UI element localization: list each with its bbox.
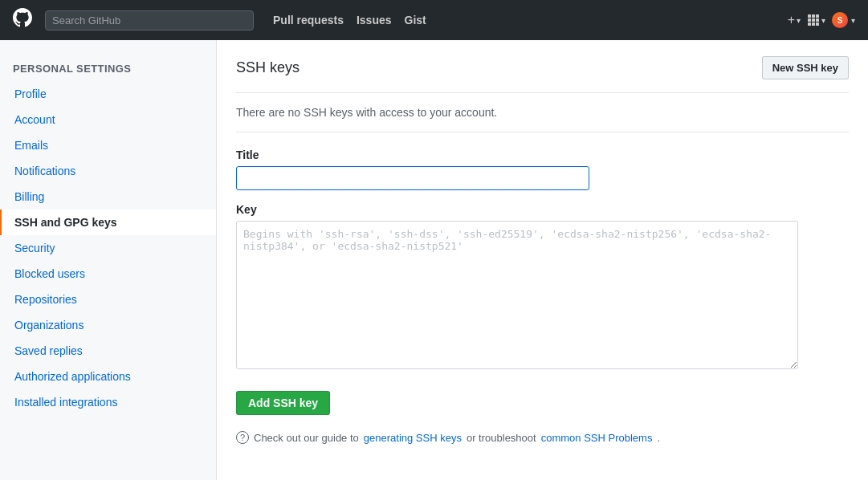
new-ssh-key-button[interactable]: New SSH key: [762, 56, 849, 79]
sidebar-item-organizations[interactable]: Organizations: [0, 312, 216, 338]
key-field-group: Key: [236, 203, 849, 372]
help-text-suffix: .: [657, 432, 660, 444]
sidebar-item-authorized-applications[interactable]: Authorized applications: [0, 364, 216, 389]
svg-rect-0: [808, 14, 811, 18]
svg-rect-1: [812, 14, 815, 18]
gist-link[interactable]: Gist: [405, 14, 426, 26]
section-title: SSH keys: [236, 59, 300, 76]
help-text-area: ? Check out our guide to generating SSH …: [236, 431, 849, 444]
apps-grid-button[interactable]: ▾: [807, 14, 825, 26]
title-field-group: Title: [236, 148, 849, 190]
user-avatar-menu[interactable]: S ▾: [832, 12, 855, 28]
nav-links: Pull requests Issues Gist: [273, 14, 426, 26]
github-logo[interactable]: [13, 8, 32, 32]
issues-link[interactable]: Issues: [357, 14, 392, 26]
svg-rect-8: [816, 22, 819, 26]
help-text-prefix: Check out our guide to: [254, 432, 359, 444]
help-icon: ?: [236, 431, 249, 444]
key-textarea[interactable]: [236, 221, 798, 369]
sidebar-item-security[interactable]: Security: [0, 235, 216, 261]
section-header: SSH keys New SSH key: [236, 56, 849, 93]
svg-rect-6: [808, 22, 811, 26]
plus-icon: +: [788, 13, 795, 27]
common-ssh-problems-link[interactable]: common SSH Problems: [541, 432, 653, 444]
key-label: Key: [236, 203, 849, 216]
title-input[interactable]: [236, 166, 589, 190]
no-keys-message: There are no SSH keys with access to you…: [236, 106, 849, 132]
sidebar-item-notifications[interactable]: Notifications: [0, 158, 216, 184]
grid-dropdown-arrow: ▾: [821, 16, 825, 25]
sidebar-item-ssh-gpg-keys[interactable]: SSH and GPG keys: [0, 209, 216, 235]
help-text-middle: or troubleshoot: [467, 432, 536, 444]
top-navigation: Pull requests Issues Gist + ▾ ▾ S ▾: [0, 0, 868, 40]
sidebar-item-saved-replies[interactable]: Saved replies: [0, 338, 216, 364]
generating-ssh-keys-link[interactable]: generating SSH keys: [364, 432, 462, 444]
search-input[interactable]: [45, 10, 254, 31]
sidebar-item-installed-integrations[interactable]: Installed integrations: [0, 389, 216, 415]
add-ssh-key-button[interactable]: Add SSH key: [236, 391, 330, 415]
pull-requests-link[interactable]: Pull requests: [273, 14, 344, 26]
sidebar-item-billing[interactable]: Billing: [0, 184, 216, 209]
svg-rect-7: [812, 22, 815, 26]
sidebar: Personal settings Profile Account Emails…: [0, 40, 217, 480]
main-content: SSH keys New SSH key There are no SSH ke…: [217, 40, 868, 480]
svg-rect-2: [816, 14, 819, 18]
sidebar-item-profile[interactable]: Profile: [0, 81, 216, 107]
svg-rect-4: [812, 18, 815, 22]
new-dropdown-arrow: ▾: [797, 16, 801, 25]
sidebar-heading: Personal settings: [0, 56, 216, 81]
sidebar-item-account[interactable]: Account: [0, 107, 216, 132]
search-box[interactable]: [45, 10, 254, 31]
nav-right-area: + ▾ ▾ S ▾: [788, 12, 855, 28]
title-label: Title: [236, 148, 849, 161]
sidebar-item-emails[interactable]: Emails: [0, 132, 216, 158]
page-container: Personal settings Profile Account Emails…: [0, 40, 868, 480]
svg-rect-5: [816, 18, 819, 22]
avatar-dropdown-arrow: ▾: [851, 16, 855, 25]
sidebar-item-repositories[interactable]: Repositories: [0, 287, 216, 312]
new-item-button[interactable]: + ▾: [788, 13, 801, 27]
avatar: S: [832, 12, 848, 28]
sidebar-item-blocked-users[interactable]: Blocked users: [0, 261, 216, 287]
svg-rect-3: [808, 18, 811, 22]
